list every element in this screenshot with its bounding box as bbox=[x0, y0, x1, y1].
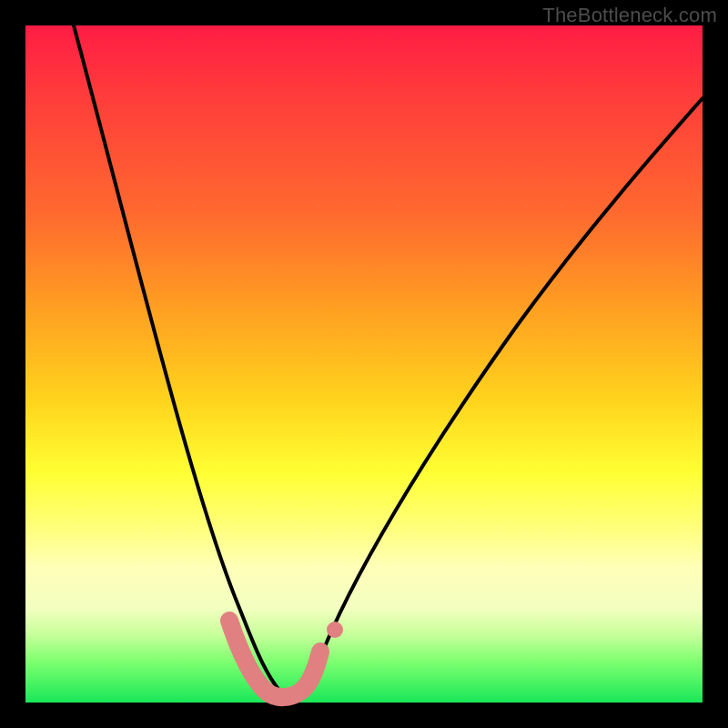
chart-svg bbox=[25, 25, 703, 703]
chart-frame: TheBottleneck.com bbox=[0, 0, 728, 728]
highlight-dot bbox=[327, 622, 343, 638]
watermark-text: TheBottleneck.com bbox=[542, 4, 717, 27]
bottleneck-curve bbox=[74, 25, 703, 696]
